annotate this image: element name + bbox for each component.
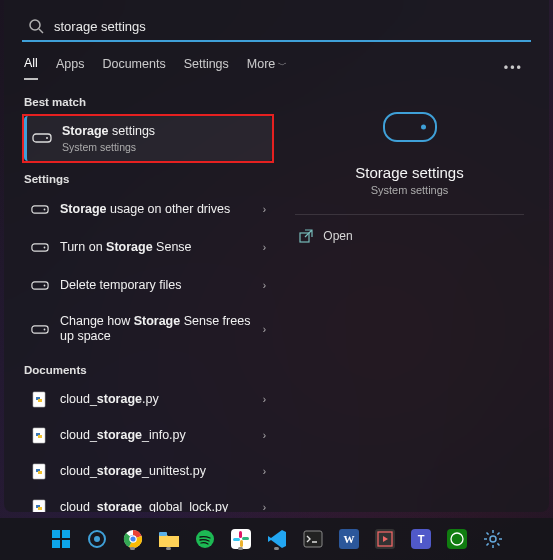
taskbar-chrome[interactable]: [119, 525, 147, 553]
chevron-right-icon: ›: [263, 394, 266, 405]
tab-all[interactable]: All: [24, 56, 38, 80]
svg-rect-21: [52, 530, 60, 538]
result-title: Storage settings: [62, 124, 155, 140]
open-action[interactable]: Open: [295, 223, 523, 249]
taskbar-media[interactable]: [371, 525, 399, 553]
svg-rect-4: [32, 206, 48, 213]
svg-line-53: [497, 543, 499, 545]
result-storage-sense-config[interactable]: Change how Storage Sense frees up space …: [22, 305, 274, 354]
detail-pane: Storage settings System settings Open: [288, 86, 531, 512]
chevron-right-icon: ›: [263, 204, 266, 215]
svg-point-3: [46, 137, 48, 139]
svg-line-55: [497, 533, 499, 535]
search-panel: All Apps Documents Settings More﹀ ••• Be…: [4, 0, 549, 512]
drive-icon: [30, 200, 50, 220]
result-document[interactable]: cloud_storage_unittest.py ›: [22, 454, 274, 490]
svg-rect-37: [304, 531, 322, 547]
svg-text:W: W: [343, 533, 354, 545]
svg-rect-45: [447, 529, 467, 549]
tab-more[interactable]: More﹀: [247, 57, 287, 80]
settings-results: Storage usage on other drives › Turn on …: [22, 191, 274, 354]
svg-rect-35: [240, 540, 243, 547]
python-file-icon: [30, 498, 50, 512]
filter-tabs: All Apps Documents Settings More﹀ •••: [24, 56, 529, 80]
chevron-down-icon: ﹀: [278, 60, 287, 70]
drive-icon: [32, 128, 52, 148]
chevron-right-icon: ›: [263, 502, 266, 512]
svg-point-0: [30, 20, 40, 30]
result-title: cloud_storage_unittest.py: [60, 464, 206, 480]
result-title: cloud_storage_info.py: [60, 428, 186, 444]
result-document[interactable]: cloud_storage_info.py ›: [22, 418, 274, 454]
result-document[interactable]: cloud_storage_global_lock.py ›: [22, 490, 274, 512]
document-results: cloud_storage.py › cloud_storage_info.py…: [22, 382, 274, 512]
chevron-right-icon: ›: [263, 466, 266, 477]
svg-rect-23: [52, 540, 60, 548]
result-title: Turn on Storage Sense: [60, 240, 192, 256]
chevron-right-icon: ›: [263, 280, 266, 291]
drive-icon: [30, 319, 50, 339]
drive-icon-large: [383, 112, 437, 142]
svg-rect-24: [62, 540, 70, 548]
taskbar-spotify[interactable]: [191, 525, 219, 553]
svg-point-29: [129, 536, 135, 542]
taskbar-start[interactable]: [47, 525, 75, 553]
svg-point-47: [490, 536, 496, 542]
result-title: cloud_storage_global_lock.py: [60, 500, 228, 512]
taskbar: W T: [0, 518, 553, 560]
annotation-highlight: Storage settings System settings: [22, 114, 274, 163]
more-options-button[interactable]: •••: [504, 61, 529, 75]
separator: [295, 214, 523, 215]
result-delete-temp[interactable]: Delete temporary files ›: [22, 267, 274, 305]
taskbar-terminal[interactable]: [299, 525, 327, 553]
python-file-icon: [30, 390, 50, 410]
svg-line-54: [486, 543, 488, 545]
svg-point-26: [94, 536, 100, 542]
search-icon: [28, 18, 44, 34]
svg-rect-30: [159, 532, 167, 536]
tab-apps[interactable]: Apps: [56, 57, 85, 79]
drive-icon: [30, 238, 50, 258]
tab-documents[interactable]: Documents: [102, 57, 165, 79]
svg-point-31: [196, 530, 214, 548]
result-title: Delete temporary files: [60, 278, 182, 294]
section-settings: Settings: [24, 173, 274, 185]
svg-point-7: [44, 247, 46, 249]
result-storage-sense-on[interactable]: Turn on Storage Sense ›: [22, 229, 274, 267]
taskbar-explorer[interactable]: [155, 525, 183, 553]
svg-rect-22: [62, 530, 70, 538]
result-title: cloud_storage.py: [60, 392, 159, 408]
svg-rect-2: [33, 134, 51, 142]
svg-line-52: [486, 533, 488, 535]
svg-point-11: [44, 328, 46, 330]
taskbar-settings[interactable]: [479, 525, 507, 553]
result-storage-settings[interactable]: Storage settings System settings: [24, 116, 272, 161]
result-subtitle: System settings: [62, 141, 155, 153]
taskbar-word[interactable]: W: [335, 525, 363, 553]
detail-title: Storage settings: [355, 164, 463, 181]
drive-icon: [30, 276, 50, 296]
taskbar-slack[interactable]: [227, 525, 255, 553]
taskbar-xbox[interactable]: [443, 525, 471, 553]
result-document[interactable]: cloud_storage.py ›: [22, 382, 274, 418]
taskbar-cast[interactable]: [83, 525, 111, 553]
chevron-right-icon: ›: [263, 324, 266, 335]
result-title: Storage usage on other drives: [60, 202, 230, 218]
svg-rect-33: [239, 531, 242, 538]
svg-rect-34: [233, 538, 240, 541]
svg-point-9: [44, 285, 46, 287]
svg-point-5: [44, 209, 46, 211]
open-label: Open: [323, 229, 352, 243]
tab-settings[interactable]: Settings: [184, 57, 229, 79]
svg-line-1: [39, 29, 43, 33]
chevron-right-icon: ›: [263, 430, 266, 441]
python-file-icon: [30, 426, 50, 446]
section-best-match: Best match: [24, 96, 274, 108]
taskbar-teams[interactable]: T: [407, 525, 435, 553]
result-storage-usage[interactable]: Storage usage on other drives ›: [22, 191, 274, 229]
search-box[interactable]: [22, 14, 531, 42]
taskbar-vscode[interactable]: [263, 525, 291, 553]
search-input[interactable]: [54, 19, 529, 34]
svg-rect-6: [32, 244, 48, 251]
chevron-right-icon: ›: [263, 242, 266, 253]
